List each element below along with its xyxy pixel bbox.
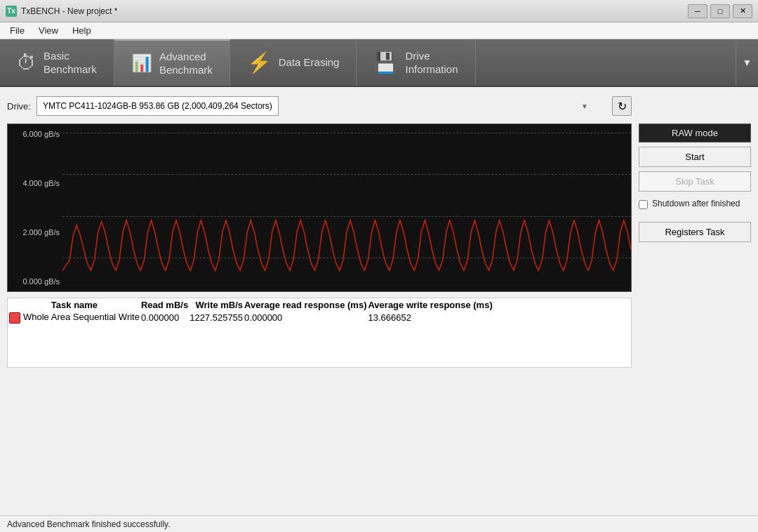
- drive-information-label-line1: Drive: [405, 49, 458, 63]
- window-title: TxBENCH - New project *: [21, 6, 117, 16]
- close-button[interactable]: ✕: [733, 4, 752, 18]
- registers-task-button[interactable]: Registers Task: [639, 222, 751, 242]
- drive-row: Drive: YMTC PC411-1024GB-B 953.86 GB (2,…: [7, 94, 632, 118]
- cell-avg-write: 13.666652: [368, 312, 492, 324]
- col-read: Read mB/s: [141, 300, 188, 310]
- chart-y-label-1: 4.000 gB/s: [11, 179, 60, 187]
- skip-task-button[interactable]: Skip Task: [639, 171, 751, 192]
- drive-select-wrap: YMTC PC411-1024GB-B 953.86 GB (2,000,409…: [36, 96, 606, 116]
- drive-refresh-button[interactable]: ↻: [612, 96, 632, 116]
- col-task-name: Task name: [9, 300, 140, 310]
- status-message: Advanced Benchmark finished successfully…: [7, 519, 171, 529]
- basic-benchmark-icon: ⏱: [17, 51, 36, 74]
- data-erasing-icon: ⚡: [247, 51, 272, 74]
- drive-information-label-line2: Information: [405, 62, 458, 77]
- toolbar-drive-information[interactable]: 💾 Drive Information: [357, 39, 475, 86]
- menubar: File View Help: [0, 22, 758, 39]
- minimize-button[interactable]: ─: [688, 4, 707, 18]
- drive-label: Drive:: [7, 101, 31, 112]
- app-icon: Tx: [6, 6, 17, 17]
- raw-mode-button[interactable]: RAW mode: [639, 124, 751, 142]
- toolbar-more-button[interactable]: ▼: [736, 39, 758, 86]
- titlebar-controls: ─ □ ✕: [688, 4, 752, 18]
- right-panel: RAW mode Start Skip Task Shutdown after …: [639, 94, 751, 368]
- toolbar-spacer: [476, 39, 736, 86]
- shutdown-checkbox-row: Shutdown after finished: [639, 196, 751, 212]
- results-table: Task name Read mB/s Write mB/s Average r…: [8, 298, 494, 325]
- col-avg-read: Average read response (ms): [244, 300, 366, 310]
- table-row: Whole Area Sequential Write 0.000000 122…: [9, 312, 493, 324]
- drive-information-icon: 💾: [373, 51, 398, 74]
- col-write: Write mB/s: [190, 300, 243, 310]
- shutdown-checkbox[interactable]: [639, 200, 648, 209]
- menu-view[interactable]: View: [32, 24, 65, 37]
- chart-y-labels: 6.000 gB/s 4.000 gB/s 2.000 gB/s 0.000 g…: [8, 124, 62, 291]
- toolbar-data-erasing[interactable]: ⚡ Data Erasing: [230, 39, 357, 86]
- advanced-benchmark-icon: 📊: [131, 53, 152, 73]
- advanced-benchmark-label-line2: Benchmark: [159, 63, 213, 77]
- advanced-benchmark-label-line1: Advanced: [159, 50, 213, 64]
- cell-write: 1227.525755: [190, 312, 243, 324]
- statusbar: Advanced Benchmark finished successfully…: [0, 515, 758, 532]
- drive-select[interactable]: YMTC PC411-1024GB-B 953.86 GB (2,000,409…: [36, 96, 279, 116]
- cell-avg-read: 0.000000: [244, 312, 366, 324]
- menu-file[interactable]: File: [3, 24, 32, 37]
- chart-waveform: [62, 124, 631, 291]
- menu-help[interactable]: Help: [65, 24, 98, 37]
- chart-y-label-0: 6.000 gB/s: [11, 130, 60, 138]
- basic-benchmark-label-line1: Basic: [44, 49, 97, 63]
- main-content: Drive: YMTC PC411-1024GB-B 953.86 GB (2,…: [0, 87, 758, 375]
- toolbar-advanced-benchmark[interactable]: 📊 Advanced Benchmark: [114, 39, 230, 86]
- chart-area: 6.000 gB/s 4.000 gB/s 2.000 gB/s 0.000 g…: [7, 124, 632, 292]
- toolbar-basic-benchmark[interactable]: ⏱ Basic Benchmark: [0, 39, 114, 86]
- cell-task-name: Whole Area Sequential Write: [9, 312, 140, 324]
- cell-read: 0.000000: [141, 312, 188, 324]
- maximize-button[interactable]: □: [710, 4, 730, 18]
- titlebar: Tx TxBENCH - New project * ─ □ ✕: [0, 0, 758, 22]
- data-erasing-label-line1: Data Erasing: [279, 55, 340, 69]
- toolbar: ⏱ Basic Benchmark 📊 Advanced Benchmark ⚡…: [0, 39, 758, 87]
- left-panel: Drive: YMTC PC411-1024GB-B 953.86 GB (2,…: [7, 94, 632, 368]
- start-button[interactable]: Start: [639, 147, 751, 167]
- chart-y-label-3: 0.000 gB/s: [11, 277, 60, 286]
- refresh-icon: ↻: [618, 100, 627, 113]
- results-table-wrap: Task name Read mB/s Write mB/s Average r…: [7, 298, 632, 368]
- basic-benchmark-label-line2: Benchmark: [44, 62, 97, 77]
- shutdown-label: Shutdown after finished: [652, 199, 740, 208]
- titlebar-left: Tx TxBENCH - New project *: [6, 6, 117, 17]
- col-avg-write: Average write response (ms): [368, 300, 492, 310]
- chart-y-label-2: 2.000 gB/s: [11, 228, 60, 237]
